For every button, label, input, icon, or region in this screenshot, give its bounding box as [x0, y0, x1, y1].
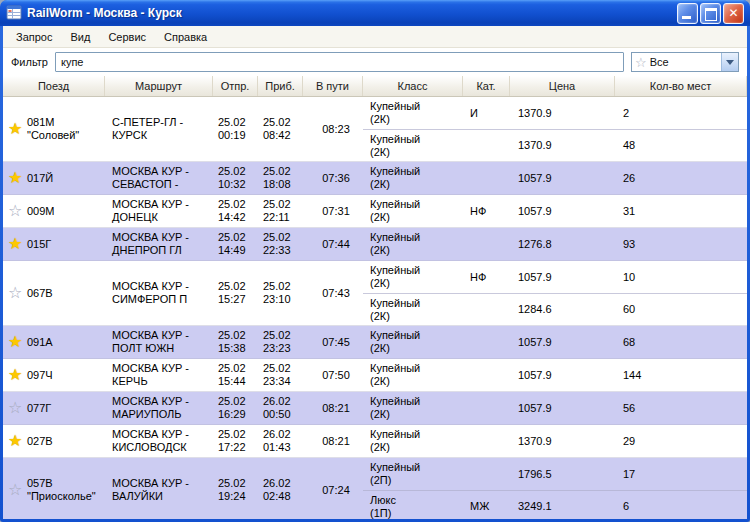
- table-row[interactable]: ☆077ГМОСКВА КУР - МАРИУПОЛЬ25.0216:2926.…: [3, 392, 747, 425]
- duration: 07:31: [303, 205, 363, 218]
- star-outline-icon[interactable]: ☆: [8, 400, 27, 416]
- train-number: 097Ч: [27, 369, 102, 382]
- table-row[interactable]: ★081М"Соловей"С-ПЕТЕР-ГЛ - КУРСК25.0200:…: [3, 97, 747, 162]
- minimize-button[interactable]: [677, 3, 698, 24]
- arrival-date: 25.02: [263, 329, 303, 342]
- departure-time: 16:29: [218, 408, 258, 421]
- class-row: Купейный(2К)1057.968: [363, 326, 747, 358]
- class-code: (2К): [370, 244, 463, 257]
- arrival-date: 25.02: [263, 165, 303, 178]
- table-row[interactable]: ★015ГМОСКВА КУР - ДНЕПРОП ГЛ25.0214:4925…: [3, 228, 747, 261]
- class-name: Купейный: [370, 362, 463, 375]
- departure-time: 10:32: [218, 178, 258, 191]
- preset-combobox[interactable]: ☆ Все: [631, 52, 739, 72]
- table-row[interactable]: ★097ЧМОСКВА КУР - КЕРЧЬ25.0215:4425.0223…: [3, 359, 747, 392]
- seats: 48: [615, 139, 747, 152]
- star-filled-icon[interactable]: ★: [8, 121, 27, 137]
- column-header-8[interactable]: Кол-во мест: [615, 76, 747, 96]
- table-row[interactable]: ★091АМОСКВА КУР - ПОЛТ ЮЖН25.0215:3825.0…: [3, 326, 747, 359]
- table-body: ★081М"Соловей"С-ПЕТЕР-ГЛ - КУРСК25.0200:…: [3, 97, 747, 519]
- duration: 08:23: [303, 123, 363, 136]
- train-number: 027В: [27, 435, 102, 448]
- arrival-date: 25.02: [263, 280, 303, 293]
- dropdown-arrow-icon[interactable]: [721, 53, 738, 71]
- departure-time: 00:19: [218, 129, 258, 142]
- star-outline-icon[interactable]: ☆: [8, 203, 27, 219]
- class-name: Купейный: [370, 297, 463, 310]
- departure-time: 15:44: [218, 375, 258, 388]
- departure-time: 15:38: [218, 342, 258, 355]
- column-header-4[interactable]: В пути: [303, 76, 363, 96]
- price: 1057.9: [510, 336, 615, 349]
- filter-input[interactable]: [55, 52, 624, 72]
- class-code: (2К): [370, 211, 463, 224]
- class-row: Купейный(2К)1370.929: [363, 425, 747, 457]
- app-icon: [6, 5, 22, 21]
- train-name: "Приосколье": [27, 490, 102, 503]
- star-outline-icon[interactable]: ☆: [8, 482, 27, 498]
- app-window: RailWorm - Москва - Курск ЗапросВидСерви…: [0, 0, 750, 522]
- table-row[interactable]: ☆057В"Приосколье"МОСКВА КУР - ВАЛУЙКИ25.…: [3, 458, 747, 519]
- column-header-5[interactable]: Класс: [363, 76, 463, 96]
- column-header-2[interactable]: Отпр.: [213, 76, 258, 96]
- star-filled-icon[interactable]: ★: [8, 433, 27, 449]
- title-bar[interactable]: RailWorm - Москва - Курск: [0, 0, 750, 26]
- class-name: Купейный: [370, 133, 463, 146]
- menu-item-0[interactable]: Запрос: [7, 28, 61, 46]
- route: МОСКВА КУР - ПОЛТ ЮЖН: [105, 327, 213, 357]
- class-name: Купейный: [370, 198, 463, 211]
- star-filled-icon[interactable]: ★: [8, 367, 27, 383]
- category: МЖ: [463, 500, 510, 513]
- seats: 17: [615, 468, 747, 481]
- menu-item-1[interactable]: Вид: [61, 28, 99, 46]
- star-filled-icon[interactable]: ★: [8, 236, 27, 252]
- maximize-button[interactable]: [700, 3, 721, 24]
- arrival-time: 18:08: [263, 178, 303, 191]
- duration: 08:21: [303, 402, 363, 415]
- table-row[interactable]: ☆067ВМОСКВА КУР - СИМФЕРОП П25.0215:2725…: [3, 261, 747, 326]
- departure-date: 25.02: [218, 395, 258, 408]
- column-header-7[interactable]: Цена: [510, 76, 615, 96]
- window-controls: [677, 3, 744, 24]
- column-header-1[interactable]: Маршрут: [105, 76, 213, 96]
- table-row[interactable]: ★017ЙМОСКВА КУР - СЕВАСТОП -25.0210:3225…: [3, 162, 747, 195]
- class-row: Купейный(2К)И1370.92: [363, 97, 747, 129]
- seats: 10: [615, 271, 747, 284]
- departure-date: 25.02: [218, 165, 258, 178]
- class-name: Купейный: [370, 329, 463, 342]
- seats: 31: [615, 205, 747, 218]
- class-row: Люкс(1П)МЖ3249.16: [363, 490, 747, 519]
- price: 1057.9: [510, 172, 615, 185]
- class-name: Купейный: [370, 231, 463, 244]
- table-row[interactable]: ★027ВМОСКВА КУР - КИСЛОВОДСК25.0217:2226…: [3, 425, 747, 458]
- class-code: (2К): [370, 113, 463, 126]
- train-number: 057В: [27, 477, 102, 490]
- column-header-6[interactable]: Кат.: [463, 76, 510, 96]
- menu-item-3[interactable]: Справка: [155, 28, 216, 46]
- route: МОСКВА КУР - КИСЛОВОДСК: [105, 426, 213, 456]
- star-filled-icon[interactable]: ★: [8, 334, 27, 350]
- price: 1370.9: [510, 435, 615, 448]
- star-outline-icon[interactable]: ☆: [8, 285, 27, 301]
- star-filled-icon[interactable]: ★: [8, 170, 27, 186]
- arrival-time: 02:48: [263, 490, 303, 503]
- class-code: (2П): [370, 474, 463, 487]
- arrival-time: 23:10: [263, 293, 303, 306]
- class-code: (2К): [370, 342, 463, 355]
- column-header-0[interactable]: Поезд: [3, 76, 105, 96]
- price: 1796.5: [510, 468, 615, 481]
- route: МОСКВА КУР - МАРИУПОЛЬ: [105, 393, 213, 423]
- arrival-date: 26.02: [263, 395, 303, 408]
- arrival-time: 23:23: [263, 342, 303, 355]
- seats: 93: [615, 238, 747, 251]
- table-row[interactable]: ☆009ММОСКВА КУР - ДОНЕЦК25.0214:4225.022…: [3, 195, 747, 228]
- menu-item-2[interactable]: Сервис: [99, 28, 155, 46]
- column-header-3[interactable]: Приб.: [258, 76, 303, 96]
- price: 1057.9: [510, 402, 615, 415]
- table-header: ПоездМаршрутОтпр.Приб.В путиКлассКат.Цен…: [3, 76, 747, 97]
- class-code: (2К): [370, 441, 463, 454]
- departure-time: 19:24: [218, 490, 258, 503]
- price: 1276.8: [510, 238, 615, 251]
- duration: 08:21: [303, 435, 363, 448]
- close-button[interactable]: [723, 3, 744, 24]
